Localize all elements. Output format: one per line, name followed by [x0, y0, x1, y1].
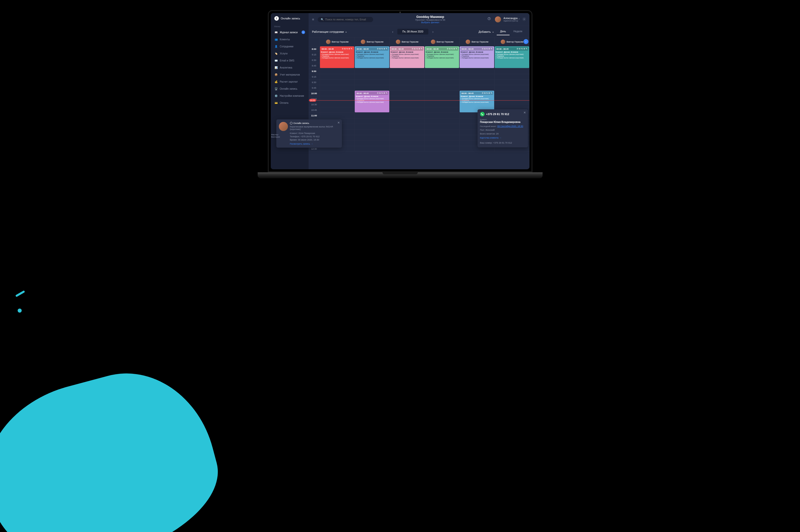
- calendar-cell[interactable]: [424, 118, 460, 124]
- calendar-cell[interactable]: [389, 146, 424, 151]
- calendar-cell[interactable]: [494, 102, 529, 107]
- calendar-cell[interactable]: [320, 74, 355, 79]
- calendar-cell[interactable]: [424, 91, 460, 96]
- appointment-event[interactable]: 08:00 - 08:45⊘⧉%⊗✎ Клиент: Денис Агимов …: [460, 46, 494, 68]
- sidebar-item-9[interactable]: ⚙️Настройки компании: [271, 92, 309, 99]
- prev-date-button[interactable]: ‹: [390, 29, 395, 35]
- calendar-cell[interactable]: [354, 146, 389, 151]
- call-button[interactable]: [480, 112, 485, 116]
- calendar-cell[interactable]: [389, 135, 424, 140]
- appointment-event[interactable]: 08:00 - 08:45⊘⧉%⊗✎ Клиент: Денис Агимов …: [495, 46, 529, 68]
- employees-dropdown[interactable]: Работающие сотрудники⌄: [312, 30, 347, 33]
- calendar-cell[interactable]: [389, 74, 424, 79]
- employee-column-header[interactable]: Виктор Герасим: [424, 38, 460, 46]
- calendar-cell[interactable]: [389, 69, 424, 74]
- calendar-cell[interactable]: [494, 85, 529, 91]
- calendar-cell[interactable]: [354, 74, 389, 79]
- calendar-cell[interactable]: [459, 69, 494, 74]
- calendar-cell[interactable]: [320, 91, 355, 96]
- sidebar-item-5[interactable]: 📊Аналитика: [271, 64, 309, 71]
- sidebar-item-1[interactable]: 👥Клиенты: [271, 36, 309, 43]
- calendar-cell[interactable]: [389, 124, 424, 129]
- calendar-cell[interactable]: [354, 80, 389, 85]
- event-action-icons[interactable]: ⊘⧉%⊗✎: [447, 48, 457, 50]
- calendar-cell[interactable]: [424, 102, 460, 107]
- calendar-cell[interactable]: [389, 85, 424, 91]
- calendar-cell[interactable]: [354, 85, 389, 91]
- calendar-cell[interactable]: [389, 140, 424, 146]
- settings-icon[interactable]: [522, 17, 526, 21]
- calendar-cell[interactable]: [354, 69, 389, 74]
- close-icon[interactable]: ✕: [337, 121, 340, 125]
- appointment-event[interactable]: 08:00 - 08:45⊘⧉%⊗✎ Клиент: Денис Агимов …: [355, 46, 389, 68]
- employee-column-header[interactable]: Виктор Герасим: [320, 38, 355, 46]
- calendar-cell[interactable]: [494, 91, 529, 96]
- sidebar-item-6[interactable]: 📦Учет материалов: [271, 71, 309, 78]
- calendar-cell[interactable]: [494, 74, 529, 79]
- calendar-cell[interactable]: [389, 96, 424, 101]
- event-action-icons[interactable]: ⊘⧉%⊗✎: [377, 48, 387, 50]
- view-appointment-link[interactable]: Посмотреть запись→: [309, 142, 339, 145]
- calendar-cell[interactable]: [459, 74, 494, 79]
- calendar-cell[interactable]: [424, 74, 460, 79]
- date-display[interactable]: Пн, 08 Июня 2020: [397, 29, 429, 35]
- sidebar-item-4[interactable]: ✉️Email и SMS: [271, 57, 309, 64]
- sidebar-item-3[interactable]: 🏷️Услуги: [271, 50, 309, 57]
- calendar-cell[interactable]: [354, 118, 389, 124]
- calendar-cell[interactable]: [424, 96, 460, 101]
- search-input[interactable]: 🔍: [318, 17, 373, 22]
- appointment-event[interactable]: 08:00 - 08:45⊘⧉%⊗✎ Клиент: Денис Агимов …: [390, 46, 424, 68]
- sidebar-item-7[interactable]: 💰Расчет зарплат: [271, 78, 309, 85]
- employee-column-header[interactable]: Виктор Герасим: [459, 38, 494, 46]
- next-date-button[interactable]: ›: [430, 29, 436, 35]
- appointment-event[interactable]: 08:00 - 08:45⊘⧉%⊗✎ Клиент: Денис Агимов …: [425, 46, 459, 68]
- calendar-cell[interactable]: [389, 118, 424, 124]
- calendar-cell[interactable]: [320, 85, 355, 91]
- calendar-cell[interactable]: [354, 140, 389, 146]
- client-card-link[interactable]: Карточка клиента→: [480, 136, 525, 139]
- employee-column-header[interactable]: Виктор Герасим: [354, 38, 389, 46]
- calendar-cell[interactable]: [424, 130, 460, 135]
- event-action-icons[interactable]: ⊘⧉%⊗✎: [412, 48, 422, 50]
- calendar-cell[interactable]: [459, 85, 494, 91]
- calendar-cell[interactable]: [354, 113, 389, 118]
- calendar-cell[interactable]: [494, 80, 529, 85]
- calendar-cell[interactable]: [424, 124, 460, 129]
- sidebar-item-2[interactable]: 👤Сотрудники: [271, 43, 309, 50]
- calendar-cell[interactable]: [459, 80, 494, 85]
- support-icon[interactable]: [487, 17, 492, 22]
- calendar-cell[interactable]: [389, 102, 424, 107]
- calendar-cell[interactable]: [389, 130, 424, 135]
- calendar-cell[interactable]: [424, 140, 460, 146]
- calendar-cell[interactable]: [389, 80, 424, 85]
- calendar-cell[interactable]: [424, 80, 460, 85]
- scroll-right-button[interactable]: ›: [523, 39, 528, 44]
- calendar-cell[interactable]: [424, 146, 460, 151]
- calendar-cell[interactable]: [320, 96, 355, 101]
- calendar-cell[interactable]: [354, 124, 389, 129]
- calendar-cell[interactable]: [320, 80, 355, 85]
- calendar-cell[interactable]: [424, 85, 460, 91]
- calendar-cell[interactable]: [389, 91, 424, 96]
- employee-column-header[interactable]: Виктор Герасим: [389, 38, 424, 46]
- calendar-cell[interactable]: [494, 96, 529, 101]
- calendar-cell[interactable]: [320, 69, 355, 74]
- calendar-cell[interactable]: [320, 107, 355, 113]
- logo[interactable]: I Онлайн запись: [271, 16, 309, 24]
- add-dropdown[interactable]: Добавить⌄: [478, 30, 494, 33]
- calendar-cell[interactable]: [354, 135, 389, 140]
- calendar-cell[interactable]: [424, 69, 460, 74]
- event-action-icons[interactable]: ⊘⧉%⊗✎: [516, 48, 527, 50]
- event-action-icons[interactable]: ⊘⧉%⊗✎: [482, 92, 492, 94]
- menu-toggle-icon[interactable]: ≡: [312, 17, 314, 21]
- event-action-icons[interactable]: ⊘⧉%⊗✎: [377, 92, 387, 94]
- event-action-icons[interactable]: ⊘⧉%⊗✎: [342, 48, 352, 50]
- calendar-cell[interactable]: [354, 130, 389, 135]
- close-icon[interactable]: ✕: [523, 111, 526, 114]
- sidebar-item-8[interactable]: 🖥️Онлайн запись: [271, 85, 309, 92]
- branch-link[interactable]: Выбрать филиал: [377, 21, 484, 24]
- calendar-cell[interactable]: [389, 113, 424, 118]
- calendar-cell[interactable]: [494, 69, 529, 74]
- search-field[interactable]: [325, 18, 370, 21]
- calendar-cell[interactable]: [424, 135, 460, 140]
